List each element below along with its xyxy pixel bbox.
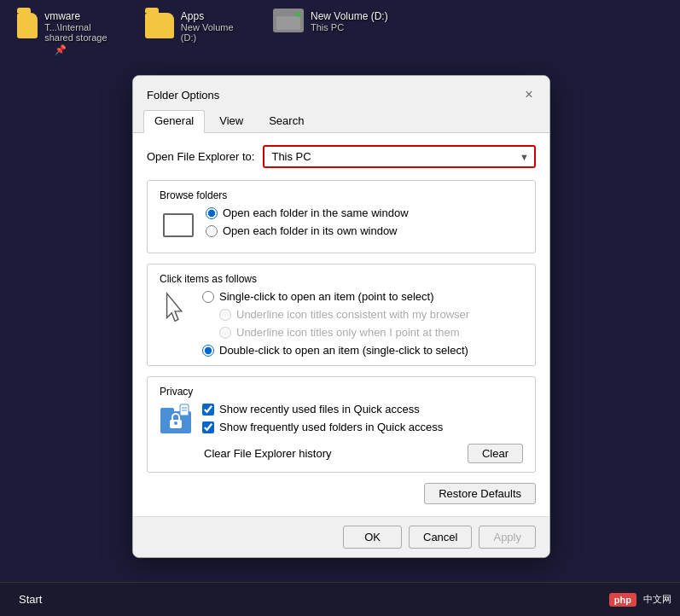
browse-radio-group: Open each folder in the same window Open… (206, 206, 409, 237)
dialog-title: Folder Options (147, 89, 219, 102)
svg-marker-0 (167, 293, 182, 321)
cancel-button[interactable]: Cancel (409, 526, 472, 549)
click-option1[interactable]: Single-click to open an item (point to s… (202, 290, 469, 303)
click-option1b-label: Underline icon titles only when I point … (236, 326, 460, 339)
browse-option1[interactable]: Open each folder in the same window (206, 206, 409, 219)
clear-button[interactable]: Clear (468, 444, 523, 463)
clear-history-row: Clear File Explorer history Clear (202, 444, 523, 463)
modal-overlay: Folder Options × General View Search Ope… (0, 0, 680, 616)
tab-search[interactable]: Search (258, 110, 315, 132)
click-option1a[interactable]: Underline icon titles consistent with my… (202, 308, 469, 321)
click-items-label: Click items as follows (160, 273, 523, 285)
browse-radio2[interactable] (206, 225, 218, 237)
desktop: vmware T...\Internal shared storage 📌 Ap… (0, 0, 680, 616)
browse-folders-icon (160, 206, 197, 244)
open-fe-label: Open File Explorer to: (147, 150, 254, 163)
browse-folders-label: Browse folders (160, 189, 523, 201)
privacy-check2-label: Show frequently used folders in Quick ac… (219, 421, 443, 433)
browse-option1-label: Open each folder in the same window (223, 206, 409, 219)
start-button[interactable]: Start (9, 590, 52, 609)
privacy-icon (160, 403, 194, 445)
click-option1-label: Single-click to open an item (point to s… (219, 290, 433, 303)
browse-option2-label: Open each folder in its own window (223, 224, 398, 237)
dialog-content: Open File Explorer to: This PC Quick acc… (133, 133, 549, 516)
cursor-svg (163, 292, 190, 326)
fe-select-wrap[interactable]: This PC Quick access ▼ (263, 145, 536, 168)
click-cursor-icon (160, 290, 194, 328)
click-radio-group: Single-click to open an item (point to s… (202, 290, 469, 357)
click-items-section: Click items as follows Single-click to o (147, 264, 536, 366)
restore-row: Restore Defaults (147, 483, 536, 504)
php-badge: php (609, 593, 636, 607)
svg-rect-2 (160, 408, 174, 413)
privacy-checkbox2[interactable] (202, 421, 214, 433)
clear-history-label: Clear File Explorer history (204, 447, 332, 460)
restore-defaults-button[interactable]: Restore Defaults (424, 483, 536, 504)
dialog-footer: OK Cancel Apply (133, 516, 549, 557)
open-fe-row: Open File Explorer to: This PC Quick acc… (147, 145, 536, 168)
browse-radio1[interactable] (206, 207, 218, 219)
click-radio1a[interactable] (219, 309, 231, 321)
browse-option2[interactable]: Open each folder in its own window (206, 224, 409, 237)
folder-options-dialog: Folder Options × General View Search Ope… (132, 75, 550, 558)
privacy-section: Privacy (147, 376, 536, 473)
taskbar-right: php 中文网 (609, 593, 671, 607)
click-items-inner: Single-click to open an item (point to s… (160, 290, 523, 357)
click-option1a-label: Underline icon titles consistent with my… (236, 308, 469, 321)
browse-folders-inner: Open each folder in the same window Open… (160, 206, 523, 244)
dialog-tabs: General View Search (133, 105, 549, 133)
privacy-check2[interactable]: Show frequently used folders in Quick ac… (202, 421, 523, 433)
privacy-check1[interactable]: Show recently used files in Quick access (202, 403, 523, 416)
tab-general[interactable]: General (143, 110, 205, 133)
privacy-label: Privacy (160, 386, 523, 398)
fe-select[interactable]: This PC Quick access (263, 145, 536, 168)
svg-point-4 (174, 421, 177, 425)
privacy-inner: Show recently used files in Quick access… (160, 403, 523, 463)
privacy-checkbox1[interactable] (202, 404, 214, 416)
dialog-titlebar: Folder Options × (133, 76, 549, 105)
php-cn-text: 中文网 (643, 593, 671, 606)
folder-small-icon (163, 213, 194, 237)
click-radio1[interactable] (202, 291, 214, 303)
click-option2-label: Double-click to open an item (single-cli… (219, 344, 468, 357)
apply-button[interactable]: Apply (479, 526, 536, 549)
browse-folders-section: Browse folders Open each folder in the s… (147, 180, 536, 253)
click-radio2[interactable] (202, 345, 214, 357)
click-option2[interactable]: Double-click to open an item (single-cli… (202, 344, 469, 357)
click-radio1b[interactable] (219, 327, 231, 339)
close-button[interactable]: × (519, 84, 539, 105)
taskbar: Start php 中文网 (0, 582, 680, 616)
privacy-check1-label: Show recently used files in Quick access (219, 403, 420, 416)
tab-view[interactable]: View (208, 110, 254, 132)
privacy-checks: Show recently used files in Quick access… (202, 403, 523, 463)
click-option1b[interactable]: Underline icon titles only when I point … (202, 326, 469, 339)
ok-button[interactable]: OK (343, 526, 402, 549)
privacy-svg (160, 403, 192, 444)
